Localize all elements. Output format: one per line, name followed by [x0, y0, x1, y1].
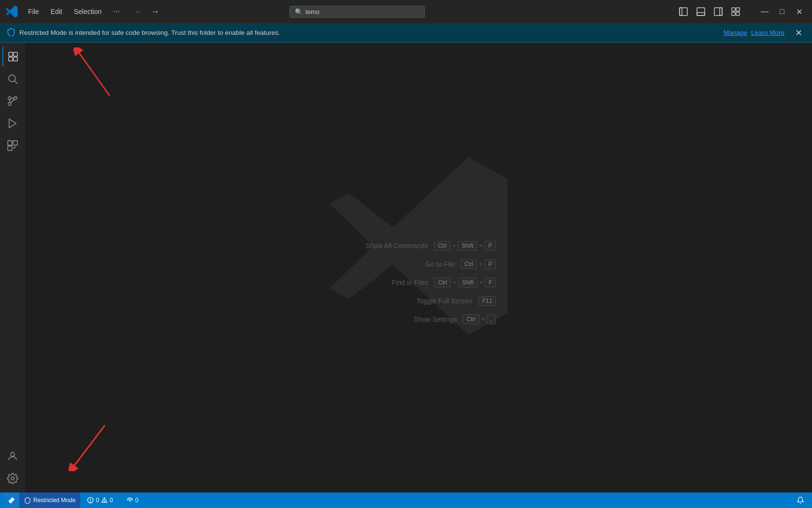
- search-input[interactable]: [305, 8, 402, 15]
- learn-more-link[interactable]: Learn More: [751, 29, 784, 36]
- close-button[interactable]: ✕: [792, 4, 807, 19]
- kbd-ctrl: Ctrl: [434, 241, 451, 251]
- menu-selection[interactable]: Selection: [70, 6, 106, 17]
- svg-marker-19: [9, 119, 16, 128]
- kbd-comma: ,: [487, 314, 496, 324]
- annotation-arrow-top: [73, 47, 122, 107]
- banner-close-button[interactable]: ✕: [792, 27, 805, 39]
- svg-rect-10: [9, 52, 13, 56]
- shortcut-go-to-file-label: Go to File: [368, 260, 455, 268]
- statusbar: Restricted Mode 0 0 0: [0, 493, 812, 508]
- svg-rect-22: [13, 141, 17, 145]
- shortcut-go-to-file: Go to File Ctrl + P: [341, 259, 496, 269]
- menu-edit[interactable]: Edit: [47, 6, 66, 17]
- svg-point-34: [104, 502, 105, 502]
- statusbar-broadcast-count: 0: [135, 497, 139, 504]
- kbd-f: F: [485, 278, 496, 287]
- kbd-f11: F11: [478, 296, 496, 306]
- svg-point-18: [14, 97, 17, 100]
- svg-rect-3: [697, 8, 705, 15]
- statusbar-warnings-count: 0: [110, 497, 113, 504]
- svg-rect-13: [14, 57, 17, 61]
- svg-rect-6: [732, 8, 735, 11]
- svg-rect-5: [714, 8, 722, 15]
- svg-point-16: [8, 97, 11, 100]
- shortcut-toggle-fullscreen: Toggle Full Screen F11: [341, 296, 496, 306]
- shortcut-toggle-fullscreen-label: Toggle Full Screen: [386, 297, 473, 305]
- nav-back-button[interactable]: ←: [131, 6, 146, 18]
- toggle-secondary-sidebar-button[interactable]: [710, 4, 726, 19]
- svg-rect-7: [736, 8, 740, 11]
- maximize-button[interactable]: □: [774, 4, 790, 19]
- statusbar-broadcast-button[interactable]: 0: [124, 493, 142, 508]
- svg-line-15: [15, 81, 18, 84]
- main-area: Show All Commands Ctrl + Shift + P Go to…: [0, 43, 812, 493]
- menu-file[interactable]: File: [24, 6, 43, 17]
- svg-rect-8: [732, 12, 735, 15]
- shortcut-show-settings: Show Settings Ctrl + ,: [341, 314, 496, 324]
- notification-banner: Restricted Mode is intended for safe cod…: [0, 23, 812, 43]
- statusbar-restricted-label: Restricted Mode: [33, 497, 75, 504]
- statusbar-restricted-mode-button[interactable]: Restricted Mode: [19, 493, 80, 508]
- shortcuts-panel: Show All Commands Ctrl + Shift + P Go to…: [341, 241, 496, 333]
- search-bar[interactable]: 🔍: [290, 6, 425, 18]
- kbd-p2: P: [484, 259, 496, 269]
- kbd-ctrl4: Ctrl: [463, 314, 479, 324]
- kbd-shift: Shift: [458, 241, 477, 251]
- svg-point-14: [9, 75, 15, 82]
- svg-point-32: [90, 502, 91, 502]
- statusbar-right: [793, 493, 808, 508]
- shortcut-find-in-files-label: Find in Files: [341, 279, 428, 286]
- menu-more[interactable]: ···: [109, 5, 123, 18]
- svg-point-25: [11, 477, 14, 480]
- svg-rect-2: [697, 13, 705, 15]
- svg-rect-11: [14, 52, 17, 56]
- statusbar-errors-count: 0: [96, 497, 99, 504]
- statusbar-remote-button[interactable]: [4, 493, 19, 508]
- customize-layout-button[interactable]: [728, 4, 743, 19]
- nav-forward-button[interactable]: →: [148, 6, 162, 18]
- shortcut-find-in-files: Find in Files Ctrl + Shift + F: [341, 278, 496, 287]
- svg-point-17: [8, 103, 11, 105]
- statusbar-errors-button[interactable]: 0 0: [84, 493, 116, 508]
- vscode-logo-icon: [5, 5, 18, 18]
- svg-rect-12: [9, 57, 13, 61]
- sidebar-item-search[interactable]: [2, 69, 23, 89]
- svg-rect-9: [736, 12, 740, 15]
- sidebar-item-source-control[interactable]: [2, 91, 23, 111]
- statusbar-middle: 0 0 0: [84, 493, 141, 508]
- annotation-arrow-bottom: [69, 423, 117, 473]
- sidebar-item-run-debug[interactable]: [2, 113, 23, 134]
- svg-line-29: [74, 425, 105, 465]
- banner-message: Restricted Mode is intended for safe cod…: [19, 29, 720, 36]
- svg-rect-1: [680, 8, 687, 15]
- kbd-ctrl2: Ctrl: [461, 259, 478, 269]
- sidebar-item-settings[interactable]: [2, 468, 23, 489]
- search-bar-icon: 🔍: [295, 8, 303, 15]
- toggle-primary-sidebar-button[interactable]: [676, 4, 691, 19]
- kbd-ctrl3: Ctrl: [434, 278, 451, 287]
- activity-bar: [0, 43, 25, 493]
- editor-area: Show All Commands Ctrl + Shift + P Go to…: [25, 43, 812, 493]
- activity-bar-bottom: [2, 446, 23, 493]
- svg-rect-21: [8, 141, 12, 145]
- shortcut-show-commands: Show All Commands Ctrl + Shift + P: [341, 241, 496, 251]
- kbd-shift2: Shift: [458, 278, 478, 287]
- svg-point-35: [130, 500, 130, 501]
- svg-rect-23: [8, 146, 12, 150]
- statusbar-notifications-button[interactable]: [793, 493, 808, 508]
- kbd-p: P: [484, 241, 496, 251]
- svg-point-24: [11, 452, 14, 456]
- minimize-button[interactable]: —: [757, 4, 772, 19]
- window-controls: — □ ✕: [676, 4, 807, 19]
- svg-line-27: [79, 53, 110, 96]
- toggle-panel-button[interactable]: [693, 4, 709, 19]
- shortcut-show-settings-label: Show Settings: [370, 315, 457, 323]
- shortcut-show-commands-label: Show All Commands: [341, 242, 428, 250]
- sidebar-item-extensions[interactable]: [2, 135, 23, 156]
- titlebar: File Edit Selection ··· ← → 🔍 — □ ✕: [0, 0, 812, 23]
- sidebar-item-explorer[interactable]: [2, 46, 23, 67]
- manage-link[interactable]: Manage: [724, 29, 747, 36]
- sidebar-item-account[interactable]: [2, 446, 23, 466]
- shield-icon: [7, 28, 15, 38]
